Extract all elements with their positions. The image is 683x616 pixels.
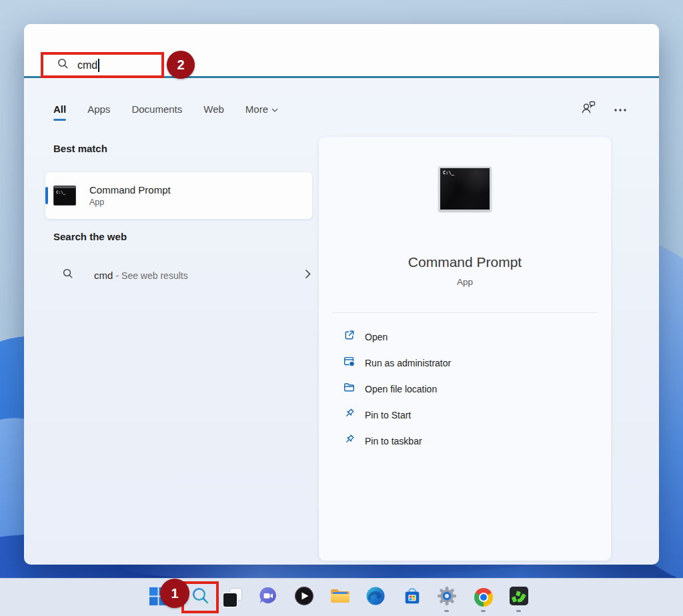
chat-icon [258,586,278,609]
search-flyout: cmd 2 All Apps Documents Web More Best m… [24,24,659,565]
gear-icon [437,586,457,609]
running-indicator [516,610,521,612]
search-icon [61,268,74,283]
edge-icon [366,586,386,609]
open-file-location-icon [343,381,356,396]
run-as-admin-icon [343,355,356,370]
action-run-as-administrator[interactable]: Run as administrator [319,350,611,376]
annotation-box-search-field [41,52,164,78]
file-explorer-button[interactable] [329,587,351,608]
taskbar: 1 [0,578,683,616]
green-terminal-app-button[interactable] [508,587,530,608]
search-input[interactable]: cmd 2 [24,24,659,78]
web-search-item[interactable]: cmd - See web results [45,259,312,291]
divider [332,312,598,313]
settings-button[interactable] [436,587,458,608]
selection-accent-bar [45,187,48,204]
tab-apps[interactable]: Apps [87,103,110,115]
microsoft-store-icon [403,587,422,608]
preview-app-type: App [319,277,611,287]
green-app-icon [509,586,529,609]
web-query: cmd [94,270,113,281]
app-type: App [89,198,171,207]
command-prompt-icon [439,167,491,211]
chevron-right-icon [305,269,311,282]
action-pin-to-start[interactable]: Pin to Start [319,402,611,428]
step-1-badge: 1 [160,579,189,608]
action-pin-to-taskbar[interactable]: Pin to taskbar [319,428,611,454]
media-player-icon [294,586,314,609]
step-2-badge: 2 [167,51,195,79]
pin-icon [343,433,356,448]
search-filter-tabs: All Apps Documents Web More [53,96,299,121]
chat-button[interactable] [257,587,279,608]
microsoft-store-button[interactable] [402,587,423,608]
running-indicator [444,610,449,612]
tab-all[interactable]: All [53,103,66,115]
tab-more[interactable]: More [245,103,278,115]
chrome-button[interactable] [473,587,494,608]
media-player-button[interactable] [293,587,315,608]
edge-button[interactable] [365,587,386,608]
preview-card: Command Prompt App Open Run as administr… [319,137,611,561]
action-open-file-location[interactable]: Open file location [319,376,611,402]
web-search-heading: Search the web [53,231,127,242]
web-suffix: - See web results [116,270,188,281]
app-name: Command Prompt [89,184,171,196]
user-account-icon[interactable] [580,100,596,117]
chrome-icon [474,588,493,607]
tab-documents[interactable]: Documents [131,103,182,115]
running-indicator [481,610,486,612]
chevron-down-icon [271,103,278,115]
preview-app-name: Command Prompt [319,254,611,270]
file-explorer-icon [329,587,351,608]
open-external-icon [343,329,356,344]
tab-web[interactable]: Web [203,103,224,115]
more-options-icon[interactable] [614,103,627,115]
pin-icon [343,407,356,422]
best-match-heading: Best match [53,143,107,154]
task-view-icon [223,588,242,607]
task-view-button[interactable] [222,587,243,608]
command-prompt-icon [53,186,76,206]
action-open[interactable]: Open [319,324,611,350]
best-match-item[interactable]: Command Prompt App [45,172,312,219]
